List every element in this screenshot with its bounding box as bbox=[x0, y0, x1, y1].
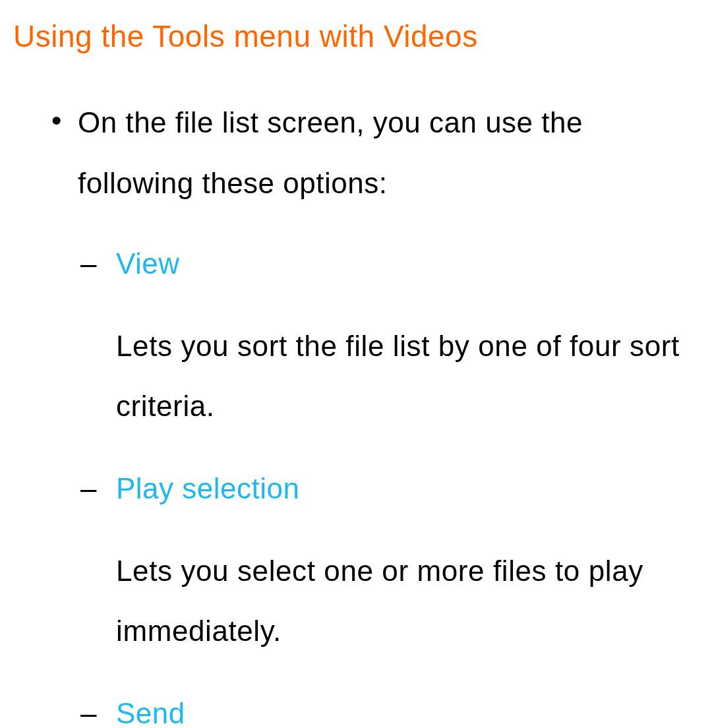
outer-list-item: On the file list screen, you can use the… bbox=[78, 92, 699, 728]
term-play-selection: Play selection bbox=[116, 460, 699, 517]
desc-view: Lets you sort the file list by one of fo… bbox=[116, 316, 699, 437]
page-heading: Using the Tools menu with Videos bbox=[13, 18, 699, 54]
inner-list: View Lets you sort the file list by one … bbox=[78, 235, 699, 728]
desc-play-selection: Lets you select one or more files to pla… bbox=[116, 541, 699, 661]
list-item: Send Lets you send your video files to bbox=[116, 685, 699, 728]
list-item: View Lets you sort the file list by one … bbox=[116, 235, 699, 437]
term-send: Send bbox=[116, 685, 699, 728]
intro-text: On the file list screen, you can use the… bbox=[78, 92, 699, 213]
list-item: Play selection Lets you select one or mo… bbox=[116, 460, 699, 661]
term-view: View bbox=[116, 235, 699, 292]
outer-list: On the file list screen, you can use the… bbox=[13, 92, 699, 728]
